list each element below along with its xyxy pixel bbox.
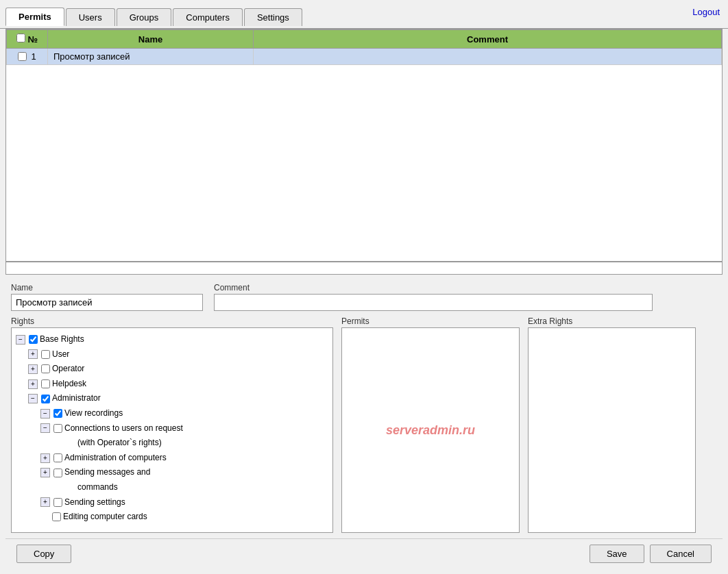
tree-item-administration: Administration of computers <box>40 451 328 466</box>
commands-label: commands <box>77 480 328 495</box>
name-input[interactable] <box>11 294 203 311</box>
rights-section: Rights Base Rights <box>11 316 333 533</box>
expander-helpdesk[interactable] <box>28 379 38 389</box>
name-field-group: Name <box>11 283 203 311</box>
tab-settings[interactable]: Settings <box>244 8 302 26</box>
expander-view-recordings[interactable] <box>40 409 50 419</box>
checkbox-operator[interactable] <box>41 364 50 373</box>
label-base-rights: Base Rights <box>40 332 84 347</box>
checkbox-connections[interactable] <box>53 424 62 433</box>
rights-tree: Base Rights User <box>12 328 332 529</box>
checkbox-view-recordings[interactable] <box>53 409 62 418</box>
extra-rights-box[interactable] <box>528 327 696 533</box>
row-checkbox[interactable] <box>18 52 27 61</box>
permits-panel-label: Permits <box>341 316 520 326</box>
expander-administrator[interactable] <box>28 394 38 403</box>
expander-user[interactable] <box>28 349 38 359</box>
row-name-cell: Просмотр записей <box>48 49 254 65</box>
col-header-num: № <box>28 34 38 45</box>
checkbox-base-rights[interactable] <box>29 335 38 344</box>
comment-input[interactable] <box>214 294 653 311</box>
label-editing-computer: Editing computer cards <box>63 510 147 525</box>
permits-panel-box[interactable]: serveradmin.ru <box>341 327 520 533</box>
tree-item-view-recordings: View recordings <box>40 406 328 421</box>
tree-item-sending-messages: Sending messages and <box>40 465 328 480</box>
comment-field-group: Comment <box>214 283 653 311</box>
permits-table: № Name Comment 1 Просм <box>6 29 722 65</box>
expander-administration[interactable] <box>40 453 50 463</box>
tree-item-editing-computer: Editing computer cards <box>40 510 328 525</box>
copy-button[interactable]: Copy <box>16 545 71 563</box>
content-area: № Name Comment 1 Просм <box>5 29 723 275</box>
label-sending-messages: Sending messages and <box>64 465 150 480</box>
cancel-button[interactable]: Cancel <box>650 545 712 563</box>
tree-item-user: User <box>28 347 328 362</box>
tree-children-administrator: View recordings Connections to users on … <box>40 406 328 525</box>
label-user: User <box>52 347 69 362</box>
expander-operator[interactable] <box>28 364 38 374</box>
table-row[interactable]: 1 Просмотр записей <box>7 49 722 65</box>
bottom-bar: Copy Save Cancel <box>5 538 723 569</box>
expander-sending-messages[interactable] <box>40 468 50 477</box>
rights-label: Rights <box>11 316 333 326</box>
tab-computers[interactable]: Computers <box>173 8 243 26</box>
tab-users[interactable]: Users <box>66 8 115 26</box>
checkbox-sending-messages[interactable] <box>53 469 62 477</box>
bottom-right: Save Cancel <box>590 545 712 563</box>
checkbox-user[interactable] <box>41 350 50 359</box>
tree-item-helpdesk: Helpdesk <box>28 377 328 392</box>
label-administrator: Administrator <box>52 391 101 406</box>
tab-permits[interactable]: Permits <box>5 8 64 26</box>
logout-link[interactable]: Logout <box>692 7 720 17</box>
tab-bar: Permits Users Groups Computers Settings … <box>0 0 728 29</box>
connections-sub-label: (with Operator`s rights) <box>77 436 328 451</box>
expander-sending-settings[interactable] <box>40 497 50 507</box>
tree-item-base-rights: Base Rights <box>16 332 328 347</box>
label-view-recordings: View recordings <box>64 406 123 421</box>
extra-rights-label: Extra Rights <box>528 316 696 326</box>
row-comment-cell <box>254 49 722 65</box>
comment-label: Comment <box>214 283 653 292</box>
label-connections: Connections to users on request <box>64 421 183 436</box>
row-num: 1 <box>31 51 36 62</box>
col-header-checkbox: № <box>7 30 48 49</box>
checkbox-editing-computer[interactable] <box>52 512 61 521</box>
bottom-left: Copy <box>16 545 71 563</box>
row-num-cell: 1 <box>7 49 48 65</box>
tree-item-sending-settings: Sending settings <box>40 495 328 510</box>
checkbox-administration[interactable] <box>53 453 62 462</box>
col-header-comment: Comment <box>254 30 722 49</box>
select-all-checkbox[interactable] <box>16 34 25 42</box>
table-area: № Name Comment 1 Просм <box>6 29 722 262</box>
watermark: serveradmin.ru <box>386 423 475 438</box>
expander-base-rights[interactable] <box>16 335 25 345</box>
label-helpdesk: Helpdesk <box>52 377 86 392</box>
tree-item-connections: Connections to users on request <box>40 421 328 436</box>
label-sending-settings: Sending settings <box>64 495 125 510</box>
checkbox-helpdesk[interactable] <box>41 379 50 388</box>
save-button[interactable]: Save <box>590 545 644 563</box>
form-name-comment-row: Name Comment <box>11 283 717 311</box>
label-operator: Operator <box>52 362 84 377</box>
rights-tree-container[interactable]: Base Rights User <box>11 327 333 533</box>
tree-item-operator: Operator <box>28 362 328 377</box>
label-administration: Administration of computers <box>64 451 167 466</box>
checkbox-sending-settings[interactable] <box>53 498 62 507</box>
tab-groups[interactable]: Groups <box>117 8 172 26</box>
expander-connections[interactable] <box>40 423 50 433</box>
permits-panel-section: Permits serveradmin.ru <box>341 316 520 533</box>
extra-rights-section: Extra Rights <box>528 316 696 533</box>
tree-children-base-rights: User Operator <box>28 347 328 525</box>
rights-panels-row: Rights Base Rights <box>11 316 717 533</box>
tree-item-administrator: Administrator <box>28 391 328 406</box>
checkbox-administrator[interactable] <box>41 395 50 403</box>
form-area: Name Comment Rights Base Right <box>0 275 728 538</box>
name-label: Name <box>11 283 203 292</box>
col-header-name: Name <box>48 30 254 49</box>
